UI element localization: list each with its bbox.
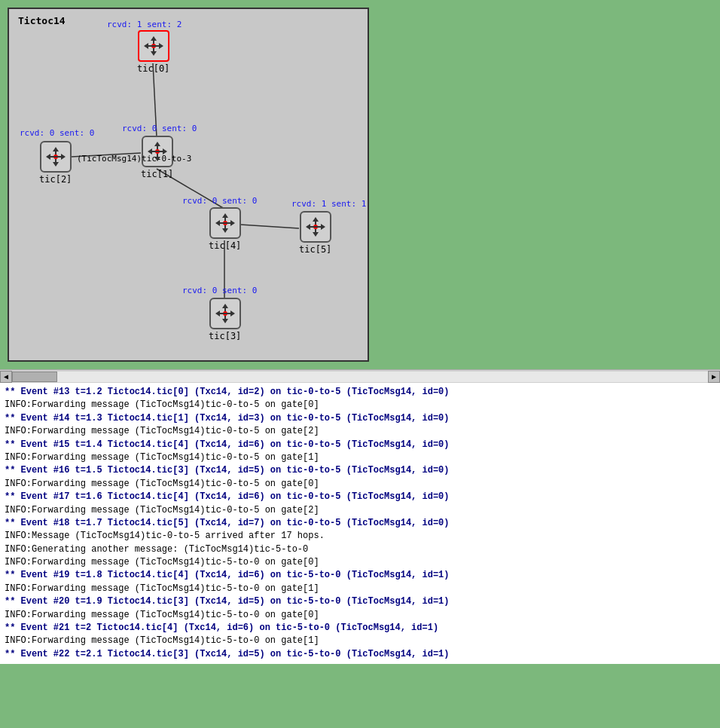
scroll-track[interactable] bbox=[12, 372, 708, 382]
node-tic3[interactable]: tic[3] bbox=[209, 298, 241, 341]
node-label-tic5: tic[5] bbox=[299, 244, 331, 255]
node-label-tic2: tic[2] bbox=[39, 174, 72, 185]
red-dot-icon bbox=[151, 44, 156, 48]
red-dot-icon bbox=[313, 225, 318, 229]
arrow-up-icon bbox=[313, 217, 319, 222]
log-line: INFO:Forwarding message (TicTocMsg14)tic… bbox=[5, 478, 715, 491]
node-box-tic2[interactable] bbox=[40, 141, 72, 173]
cross-icon-tic3 bbox=[215, 303, 236, 324]
log-line: ** Event #17 t=1.6 Tictoc14.tic[4] (Txc1… bbox=[5, 491, 715, 503]
node-label-tic4: tic[4] bbox=[209, 240, 241, 251]
arrow-left-icon bbox=[306, 224, 310, 230]
log-line: INFO:Generating another message: (TicToc… bbox=[5, 543, 715, 556]
canvas-area: Tictoc14 bbox=[0, 0, 720, 369]
log-line: ** Event #21 t=2 Tictoc14.tic[4] (Txc14,… bbox=[5, 622, 715, 635]
cross-icon-tic5 bbox=[305, 216, 326, 237]
arrow-right-icon bbox=[230, 220, 235, 226]
diagram-box: Tictoc14 bbox=[8, 8, 369, 362]
log-line: INFO:Forwarding message (TicTocMsg14)tic… bbox=[5, 504, 715, 517]
arrow-up-icon bbox=[222, 213, 228, 218]
log-line: ** Event #13 t=1.2 Tictoc14.tic[0] (Txc1… bbox=[5, 386, 715, 399]
log-line: ** Event #18 t=1.7 Tictoc14.tic[5] (Txc1… bbox=[5, 517, 715, 530]
node-label-tic0: tic[0] bbox=[137, 63, 169, 74]
arrow-down-icon bbox=[53, 162, 59, 167]
scroll-thumb[interactable] bbox=[12, 372, 57, 382]
arrow-left-icon bbox=[46, 154, 50, 160]
log-area: ** Event #13 t=1.2 Tictoc14.tic[0] (Txc1… bbox=[0, 383, 720, 664]
log-line: INFO:Forwarding message (TicTocMsg14)tic… bbox=[5, 609, 715, 622]
log-line: ** Event #19 t=1.8 Tictoc14.tic[4] (Txc1… bbox=[5, 569, 715, 582]
node-tic2[interactable]: tic[2] bbox=[39, 141, 72, 185]
arrow-left-icon bbox=[215, 310, 220, 317]
stat-tic1: rcvd: 0 sent: 0 bbox=[122, 124, 197, 133]
cross-icon-tic4 bbox=[215, 213, 236, 234]
stat-tic3: rcvd: 0 sent: 0 bbox=[182, 286, 257, 295]
arrow-right-icon bbox=[321, 224, 325, 230]
log-line: ** Event #20 t=1.9 Tictoc14.tic[3] (Txc1… bbox=[5, 595, 715, 608]
diagram-title: Tictoc14 bbox=[18, 15, 66, 26]
log-line: INFO:Forwarding message (TicTocMsg14)tic… bbox=[5, 583, 715, 595]
scroll-left-button[interactable]: ◀ bbox=[0, 371, 12, 383]
log-line: INFO:Forwarding message (TicTocMsg14)tic… bbox=[5, 451, 715, 464]
log-line: INFO:Forwarding message (TicTocMsg14)tic… bbox=[5, 425, 715, 438]
arrow-down-icon bbox=[222, 228, 228, 233]
node-box-tic4[interactable] bbox=[209, 207, 241, 239]
arrow-right-icon bbox=[159, 43, 163, 49]
cross-icon-tic0 bbox=[143, 35, 164, 57]
log-line: ** Event #14 t=1.3 Tictoc14.tic[1] (Txc1… bbox=[5, 412, 715, 425]
node-tic5[interactable]: tic[5] bbox=[299, 211, 331, 255]
cross-icon-tic2 bbox=[45, 146, 66, 167]
node-box-tic0[interactable] bbox=[138, 30, 169, 62]
scroll-right-button[interactable]: ▶ bbox=[708, 371, 720, 383]
log-line: ** Event #16 t=1.5 Tictoc14.tic[3] (Txc1… bbox=[5, 464, 715, 477]
node-tic0[interactable]: tic[0] bbox=[137, 30, 169, 74]
stat-tic5: rcvd: 1 sent: 1 bbox=[291, 199, 366, 209]
red-dot-icon bbox=[53, 154, 58, 159]
arrow-right-icon bbox=[61, 154, 66, 160]
svg-line-3 bbox=[240, 225, 299, 228]
arrow-up-icon bbox=[154, 142, 160, 146]
arrow-down-icon bbox=[151, 51, 157, 56]
log-line: INFO:Message (TicTocMsg14)tic-0-to-5 arr… bbox=[5, 530, 715, 543]
message-label: (TicTocMsg14)tic-0-to-3 bbox=[77, 154, 191, 164]
arrow-down-icon bbox=[313, 232, 319, 237]
connections-svg bbox=[9, 9, 368, 360]
red-dot-icon bbox=[223, 311, 227, 316]
arrow-left-icon bbox=[215, 220, 220, 226]
node-tic4[interactable]: tic[4] bbox=[209, 207, 241, 251]
log-line: ** Event #15 t=1.4 Tictoc14.tic[4] (Txc1… bbox=[5, 439, 715, 451]
arrow-left-icon bbox=[144, 43, 148, 49]
arrow-down-icon bbox=[222, 319, 228, 323]
arrow-up-icon bbox=[53, 147, 59, 151]
arrow-right-icon bbox=[230, 310, 235, 317]
stat-tic4: rcvd: 0 sent: 0 bbox=[182, 196, 257, 206]
red-dot-icon bbox=[223, 221, 227, 225]
arrow-up-icon bbox=[222, 304, 228, 308]
log-line: INFO:Forwarding message (TicTocMsg14)tic… bbox=[5, 635, 715, 647]
arrow-up-icon bbox=[151, 36, 157, 41]
log-line: INFO:Forwarding message (TicTocMsg14)tic… bbox=[5, 556, 715, 569]
scrollbar-area[interactable]: ◀ ▶ bbox=[0, 369, 720, 383]
stat-tic2: rcvd: 0 sent: 0 bbox=[20, 128, 94, 138]
node-label-tic3: tic[3] bbox=[209, 331, 241, 341]
node-box-tic3[interactable] bbox=[209, 298, 241, 329]
stat-tic0: rcvd: 1 sent: 2 bbox=[107, 20, 182, 29]
node-label-tic1: tic[1] bbox=[141, 169, 173, 179]
node-box-tic5[interactable] bbox=[300, 211, 331, 243]
log-line: ** Event #22 t=2.1 Tictoc14.tic[3] (Txc1… bbox=[5, 648, 715, 661]
log-line: INFO:Forwarding message (TicTocMsg14)tic… bbox=[5, 399, 715, 411]
